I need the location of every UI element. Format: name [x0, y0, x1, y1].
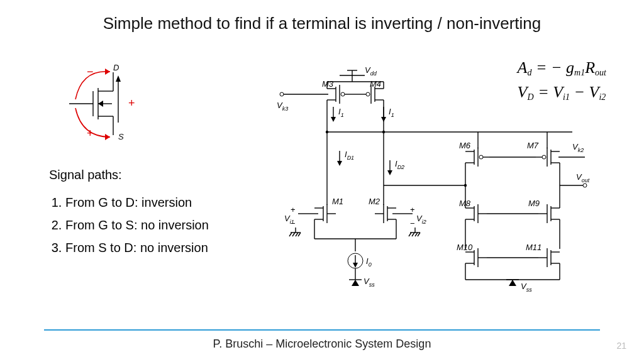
svg-marker-12 [105, 134, 110, 140]
svg-text:ID2: ID2 [395, 159, 404, 170]
svg-text:+: + [291, 205, 296, 214]
schematic-icon: Vdd M3 M4 Vk3 I1 I1 ID1 ID2 [270, 63, 597, 321]
svg-marker-8 [98, 101, 103, 107]
slide: Simple method to find if a terminal is i… [0, 0, 644, 362]
svg-text:ID1: ID1 [345, 150, 354, 161]
svg-text:−: − [410, 219, 415, 228]
svg-marker-11 [105, 69, 110, 75]
node-s-label: S [118, 132, 124, 141]
svg-text:I1: I1 [338, 107, 344, 118]
list-item: From S to D: no inversion [65, 236, 209, 259]
signal-paths-block: Signal paths: From G to D: inversion Fro… [49, 163, 209, 259]
svg-text:+: + [410, 205, 415, 214]
svg-text:M3: M3 [322, 79, 334, 89]
svg-text:M9: M9 [528, 199, 540, 208]
svg-text:M10: M10 [457, 243, 473, 252]
plus-icon-right: + [128, 97, 135, 109]
signal-paths-list: From G to D: inversion From G to S: no i… [52, 191, 209, 259]
svg-text:M11: M11 [526, 243, 541, 252]
svg-point-100 [583, 184, 587, 187]
page-number: 21 [616, 341, 626, 351]
svg-text:Vk3: Vk3 [277, 101, 288, 112]
list-item: From G to D: inversion [65, 191, 209, 214]
svg-text:Vk2: Vk2 [572, 142, 584, 153]
node-d-label: D [113, 63, 119, 72]
svg-text:Vdd: Vdd [365, 65, 377, 77]
mosfet-icon: D G S − + + [69, 63, 157, 145]
svg-text:M6: M6 [459, 141, 471, 150]
svg-text:Vss: Vss [521, 282, 532, 293]
svg-marker-10 [116, 75, 121, 82]
list-item: From G to S: no inversion [65, 214, 209, 236]
svg-text:Vi2: Vi2 [416, 214, 426, 225]
svg-text:I0: I0 [366, 256, 372, 268]
plus-icon-bottom: + [87, 127, 94, 140]
svg-text:Vss: Vss [364, 277, 375, 288]
divider [44, 329, 600, 331]
minus-icon: − [87, 65, 94, 78]
svg-marker-87 [353, 263, 358, 268]
footer-author: P. Bruschi – Microelectronic System Desi… [0, 337, 644, 351]
mosfet-sketch: D G S − + + [69, 63, 157, 145]
svg-text:M1: M1 [332, 197, 343, 206]
svg-text:M4: M4 [370, 79, 381, 89]
svg-text:Vi1: Vi1 [284, 214, 294, 225]
signal-paths-heading: Signal paths: [49, 163, 209, 186]
svg-text:M7: M7 [527, 141, 539, 150]
schematic: Vdd M3 M4 Vk3 I1 I1 ID1 ID2 [270, 63, 597, 321]
svg-text:I1: I1 [389, 107, 394, 118]
svg-point-57 [280, 92, 284, 96]
slide-title: Simple method to find if a terminal is i… [0, 14, 644, 33]
svg-text:Vout: Vout [576, 172, 590, 184]
svg-point-118 [464, 184, 467, 187]
svg-text:M2: M2 [369, 197, 380, 206]
